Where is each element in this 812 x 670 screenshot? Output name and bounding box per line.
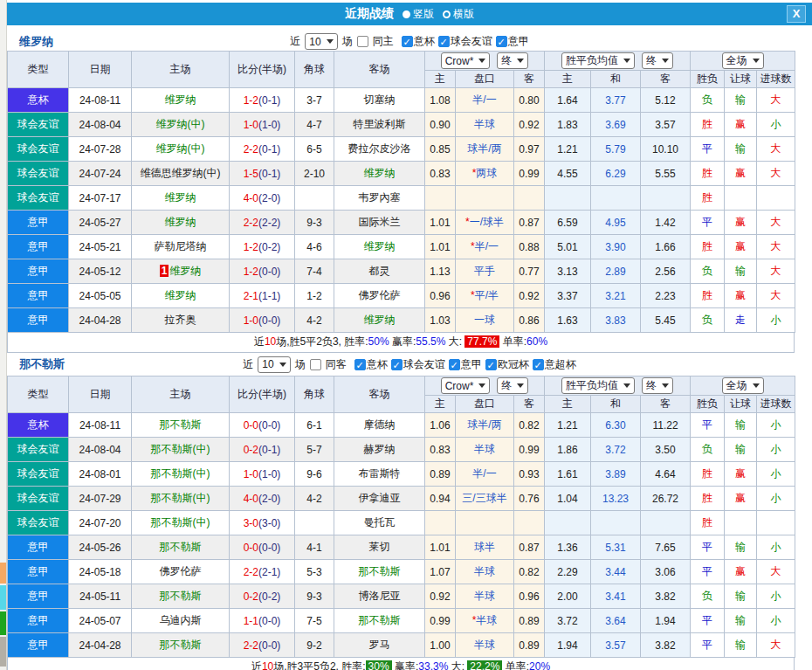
ah-home-odds-cell: 0.90 xyxy=(425,113,456,137)
match-count-select[interactable]: 10 xyxy=(258,356,290,373)
type-cell: 意甲 xyxy=(8,259,69,284)
result-wdl-cell: 胜 xyxy=(691,186,725,211)
league-filter-checkbox[interactable]: ✓ xyxy=(391,359,403,370)
match-count-select[interactable]: 10 xyxy=(305,33,337,50)
scope-select[interactable]: 全场 xyxy=(722,377,764,394)
match-count-value: 10 xyxy=(262,358,273,370)
odds-group-header: 胜平负均值 终 xyxy=(545,376,691,396)
league-filter[interactable]: ✓球会友谊 xyxy=(391,357,445,372)
ah-line-cell: 半/一 xyxy=(456,88,514,113)
away-team-name: 维罗纳 xyxy=(364,314,396,326)
ah-away-odds-cell: 0.89 xyxy=(514,609,545,633)
league-filter-checkbox[interactable]: ✓ xyxy=(449,359,460,370)
odds-draw-value: 2.89 xyxy=(605,266,625,278)
score-cell: 0-2(0-2) xyxy=(230,584,295,609)
view-mode-horizontal[interactable]: 横版 xyxy=(443,7,474,22)
score-cell: 3-0(3-0) xyxy=(230,511,295,535)
league-filter-checkbox[interactable]: ✓ xyxy=(402,36,413,47)
league-filter-checkbox[interactable]: ✓ xyxy=(533,359,544,370)
league-filter[interactable]: ✓意甲 xyxy=(496,34,529,49)
halftime-score: (0-1) xyxy=(258,94,280,107)
final-odds-select[interactable]: 终 xyxy=(642,52,673,69)
home-team-name: 那不勒斯(中) xyxy=(151,516,210,528)
ah-home-odds-cell: 0.85 xyxy=(425,137,456,162)
col-ah-line: 盘口 xyxy=(456,71,514,88)
odds-home-cell: 1.86 xyxy=(545,438,591,462)
ah-home-odds-cell xyxy=(425,186,456,211)
result-wdl-cell: 胜 xyxy=(691,235,725,259)
result-goals-cell: 小 xyxy=(757,413,795,438)
ah-away-odds-cell: 0.86 xyxy=(514,308,545,333)
away-team-cell: 国际米兰 xyxy=(334,211,425,235)
ah-home-odds-cell: 0.83 xyxy=(425,438,456,462)
league-filter[interactable]: ✓意超杯 xyxy=(533,357,576,372)
same-venue-checkbox[interactable] xyxy=(310,359,321,370)
odds-draw-value: 13.23 xyxy=(602,493,629,505)
result-wdl-cell: 平 xyxy=(691,560,725,584)
odds-type-select[interactable]: 胜平负均值 xyxy=(561,52,635,69)
ah-line-cell: *一/球半 xyxy=(456,211,514,235)
odds-draw-cell: 5.31 xyxy=(591,535,641,560)
odds-type-select[interactable]: 胜平负均值 xyxy=(561,377,635,394)
league-filters: ✓意杯✓球会友谊✓意甲✓欧冠杯✓意超杯 xyxy=(351,357,576,372)
view-mode-vertical[interactable]: 竖版 xyxy=(403,7,434,22)
result-goals-cell: 小 xyxy=(757,535,795,560)
radio-selected-icon[interactable] xyxy=(403,10,410,18)
league-filter-checkbox[interactable]: ✓ xyxy=(438,36,450,47)
home-team-cell: 1维罗纳 xyxy=(132,259,230,284)
fulltime-score: 1-0 xyxy=(244,314,258,327)
games-label: 场 xyxy=(342,34,353,49)
league-filter-checkbox[interactable]: ✓ xyxy=(496,36,507,47)
result-handicap-cell: 输 xyxy=(725,535,757,560)
league-filter-checkbox[interactable]: ✓ xyxy=(354,359,366,370)
type-cell: 球会友谊 xyxy=(8,113,69,137)
odds-draw-cell xyxy=(591,186,641,211)
close-icon[interactable]: X xyxy=(787,5,806,23)
team-name-link[interactable]: 那不勒斯 xyxy=(19,356,65,372)
league-filter[interactable]: ✓欧冠杯 xyxy=(485,357,529,372)
home-team-name: 维罗纳(中) xyxy=(156,142,205,155)
result-handicap-cell xyxy=(725,186,757,211)
ah-away-odds-cell: 0.87 xyxy=(514,535,545,560)
final-ah-select[interactable]: 终 xyxy=(497,377,528,394)
summary-segment: 33.3% xyxy=(418,660,448,670)
ah-home-odds-cell: 0.89 xyxy=(425,462,456,487)
halftime-score: (2-0) xyxy=(258,192,280,204)
odds-home-cell xyxy=(545,511,591,535)
league-filter[interactable]: ✓意甲 xyxy=(449,357,482,372)
odds-away-cell: 3.50 xyxy=(641,438,691,462)
date-cell: 24-04-28 xyxy=(69,633,132,658)
summary-row: 近10场,胜5平2负3, 胜率:50% 赢率:55.5% 大: 77.7% 单率… xyxy=(7,333,795,353)
league-filter[interactable]: ✓意杯 xyxy=(354,357,388,372)
corner-cell: 9-3 xyxy=(295,211,334,235)
final-odds-select[interactable]: 终 xyxy=(642,377,673,394)
bookmaker-select[interactable]: Crow* xyxy=(441,377,491,394)
ah-line-text: 两球 xyxy=(476,167,497,179)
odds-away-cell: 5.55 xyxy=(641,162,691,186)
chevron-down-icon xyxy=(478,59,485,63)
scope-select[interactable]: 全场 xyxy=(722,52,764,69)
home-team-cell: 拉齐奥 xyxy=(132,308,230,333)
summary-segment: 10 xyxy=(265,335,276,348)
section-controls: 那不勒斯 近 10 场 同客 ✓意杯✓球会友谊✓意甲✓欧冠杯✓意超杯 xyxy=(7,353,812,376)
same-venue-checkbox[interactable] xyxy=(357,36,368,47)
team-name-link[interactable]: 维罗纳 xyxy=(19,34,53,50)
league-filter-checkbox[interactable]: ✓ xyxy=(485,359,497,370)
chevron-down-icon xyxy=(753,59,760,63)
ah-away-odds-cell: 0.76 xyxy=(514,487,545,511)
halftime-score: (0-1) xyxy=(258,444,280,456)
league-filter[interactable]: ✓意杯 xyxy=(402,34,435,49)
ah-home-odds-cell: 0.96 xyxy=(425,284,456,308)
bookmaker-select[interactable]: Crow* xyxy=(441,52,491,69)
ah-away-odds-cell: 0.82 xyxy=(514,560,545,584)
ah-away-odds-cell xyxy=(514,186,545,211)
col-odds-home: 主 xyxy=(545,396,591,413)
away-team-name: 特里波利斯 xyxy=(354,118,406,130)
odds-home-cell xyxy=(545,186,591,211)
odds-draw-cell: 3.21 xyxy=(591,284,641,308)
radio-unselected-icon[interactable] xyxy=(443,10,451,18)
league-filter[interactable]: ✓球会友谊 xyxy=(438,34,492,49)
ah-away-odds-cell: 0.77 xyxy=(514,259,545,284)
final-ah-select[interactable]: 终 xyxy=(497,52,528,69)
match-row: 意甲24-05-05维罗纳2-1(1-1)1-2佛罗伦萨0.96*平/半0.92… xyxy=(8,284,795,308)
